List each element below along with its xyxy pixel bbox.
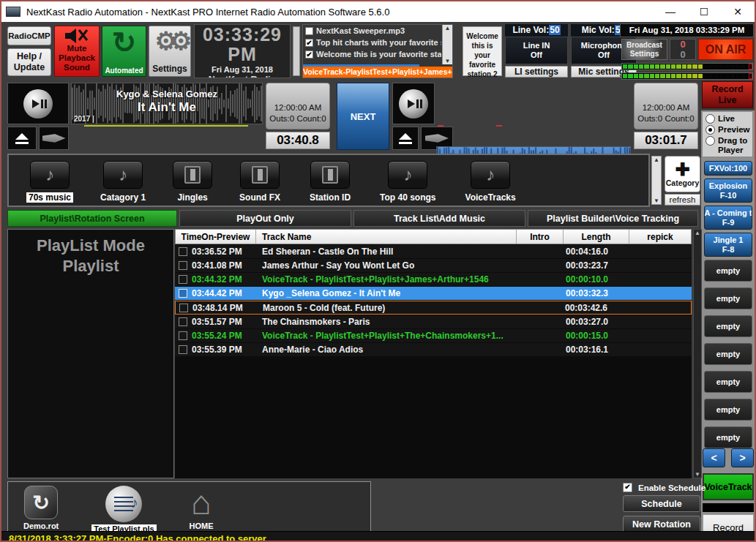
radio-icon[interactable] xyxy=(706,136,715,146)
row-checkbox[interactable] xyxy=(179,345,187,354)
category-item[interactable]: Jingles xyxy=(173,161,212,203)
player-mode-option[interactable]: Drag to Player xyxy=(704,136,751,155)
vu-segment xyxy=(660,74,665,78)
fx-button-key: F-8 xyxy=(722,245,735,255)
station-name: NextKast Radio Automation xyxy=(195,75,290,78)
playlist-row[interactable]: 03:44.32 PMVoiceTrack - PlaylistTest+Pla… xyxy=(175,273,692,286)
refresh-button[interactable]: refresh xyxy=(665,194,700,206)
line-in-toggle[interactable]: Line IN Off xyxy=(505,37,568,64)
deck-a-eject-button[interactable] xyxy=(7,127,37,150)
col-timeon[interactable]: TimeOn-Preview xyxy=(176,230,256,244)
playlist-row[interactable]: 03:41.08 PMJames Arthur - Say You Wont L… xyxy=(175,259,692,272)
playlist-row[interactable]: 03:55.24 PMVoiceTrack - PlaylistTest+Pla… xyxy=(175,329,692,342)
vu-segment xyxy=(634,64,638,69)
fx-empty-button[interactable]: empty xyxy=(704,371,752,393)
sweeper-item[interactable]: NextKast Sweeper.mp3 xyxy=(303,25,441,37)
enable-schedule-checkbox[interactable]: ✔ xyxy=(623,483,632,492)
dock-item-home[interactable]: ⌂HOME xyxy=(187,486,216,530)
fx-button[interactable]: FXVol:100 xyxy=(704,161,752,176)
sweeper-checkbox[interactable]: ✔ xyxy=(305,50,313,59)
col-repick[interactable]: repick xyxy=(629,230,691,244)
schedule-button[interactable]: Schedule xyxy=(623,495,700,512)
category-item[interactable]: Sound FX xyxy=(237,161,282,203)
fx-empty-button[interactable]: empty xyxy=(704,343,752,365)
playlist-scrollbar[interactable]: ▲▼ xyxy=(693,229,702,478)
row-checkbox[interactable] xyxy=(179,261,187,270)
deck-a-play-button[interactable] xyxy=(7,83,69,124)
fade-arrow-icon xyxy=(425,132,449,145)
fx-button[interactable]: A - Coming tF-9 xyxy=(704,206,752,230)
sweeper-scrollbar[interactable]: ▲▼ xyxy=(442,25,452,64)
help-update-button[interactable]: Help / Update xyxy=(7,48,51,76)
toolbar-scrollbar[interactable] xyxy=(293,26,300,76)
row-checkbox[interactable] xyxy=(179,275,187,284)
on-air-indicator[interactable]: ON AIR xyxy=(698,39,753,60)
automated-toggle-button[interactable]: ↻ Automated xyxy=(102,26,146,77)
fx-empty-button[interactable]: empty xyxy=(704,399,752,421)
fx-empty-button[interactable]: empty xyxy=(704,315,752,337)
row-checkbox[interactable] xyxy=(179,247,187,256)
fx-button[interactable]: ExplosionF-10 xyxy=(704,178,752,203)
close-button[interactable]: ✕ xyxy=(721,6,755,18)
radio-icon[interactable] xyxy=(706,125,715,135)
category-scrollbar[interactable]: ▲▼ xyxy=(651,156,662,205)
col-trackname[interactable]: Track Name xyxy=(256,230,517,244)
vu-segment xyxy=(671,64,675,69)
tab-playlist-builder[interactable]: Playlist Builder\Voice Tracking xyxy=(528,210,698,227)
fx-empty-button[interactable]: empty xyxy=(704,260,752,282)
radio-icon[interactable] xyxy=(706,114,715,124)
fx-empty-button[interactable]: empty xyxy=(704,287,752,309)
line-settings-button[interactable]: LI settings xyxy=(505,66,568,78)
playlist-row[interactable]: 03:51.57 PMThe Chainsmokers - Paris00:03… xyxy=(175,315,692,328)
maximize-button[interactable]: ☐ xyxy=(687,6,721,18)
radiocmp-button[interactable]: RadioCMP xyxy=(7,26,51,45)
tab-playout-only[interactable]: PlayOut Only xyxy=(179,210,351,227)
row-checkbox[interactable] xyxy=(179,289,187,298)
player-mode-option[interactable]: Preview xyxy=(704,125,751,135)
sweeper-checkbox[interactable]: ✔ xyxy=(305,39,313,47)
col-intro[interactable]: Intro xyxy=(517,230,564,244)
settings-button[interactable]: ⚙⚙ Settings xyxy=(149,26,191,77)
vu-segment xyxy=(714,74,719,78)
minimize-button[interactable]: — xyxy=(654,6,687,18)
category-item[interactable]: ♪Catagory 1 xyxy=(98,161,148,203)
playlist-row[interactable]: 03:55.39 PMAnne-Marie - Ciao Adios00:03:… xyxy=(175,343,692,356)
category-item[interactable]: Station ID xyxy=(307,161,353,203)
row-checkbox[interactable] xyxy=(179,331,187,340)
add-category-button[interactable]: ✚ Category xyxy=(665,156,700,192)
record-live-button[interactable]: Record Live xyxy=(702,81,753,108)
fx-next-button[interactable]: > xyxy=(731,448,754,467)
dock-item-playlist[interactable]: Test Playlist.pls xyxy=(91,486,156,533)
deck-b-eject-button[interactable] xyxy=(392,127,419,150)
mute-playback-button[interactable]: Mute Playback Sound xyxy=(54,26,100,77)
fx-button-key: F-10 xyxy=(720,191,737,200)
col-length[interactable]: Length xyxy=(564,230,629,244)
fx-button-label: Jingle 1 xyxy=(714,236,744,245)
playlist-row[interactable]: 03:36.52 PMEd Sheeran - Castle On The Hi… xyxy=(175,245,692,258)
sweeper-item[interactable]: ✔Welcome this is your favorite station xyxy=(303,48,441,60)
row-checkbox[interactable] xyxy=(179,304,188,312)
voicetrack-button[interactable]: VoiceTrack xyxy=(703,473,754,500)
deck-a-waveform[interactable]: Kygo & Selena Gomez It Ain't Me 2017 | xyxy=(71,83,263,124)
category-item[interactable]: ♪VoiceTracks xyxy=(463,161,518,203)
playlist-row[interactable]: 03:44.42 PMKygo _Selena Gomez - It Ain't… xyxy=(175,287,692,300)
fx-button[interactable]: Jingle 1F-8 xyxy=(704,233,752,257)
deck-b-play-button[interactable] xyxy=(392,83,435,124)
deck-a-remaining: 03:40.8 xyxy=(266,132,330,149)
deck-a-fade-button[interactable] xyxy=(39,127,69,150)
broadcast-settings-button[interactable]: Broadcast Settings xyxy=(621,39,667,60)
dock-item-rotation[interactable]: ↻Demo.rot xyxy=(21,486,61,530)
category-item[interactable]: ♪70s music xyxy=(26,161,73,203)
row-checkbox[interactable] xyxy=(179,317,187,326)
tab-playlist-rotation[interactable]: Playlist\Rotation Screen xyxy=(7,210,177,227)
tab-track-list[interactable]: Track List\Add Music xyxy=(353,210,525,227)
fx-prev-button[interactable]: < xyxy=(703,448,725,467)
next-button[interactable]: NEXT xyxy=(337,83,389,150)
vu-segment xyxy=(725,74,729,78)
sweeper-checkbox[interactable] xyxy=(305,27,313,35)
playlist-row[interactable]: 03:48.14 PMMaroon 5 - Cold (feat. Future… xyxy=(175,301,692,315)
player-mode-option[interactable]: Live xyxy=(704,114,751,124)
sweeper-item[interactable]: ✔Top hit charts with your favorite stati xyxy=(303,37,441,48)
category-item[interactable]: ♪Top 40 songs xyxy=(378,161,438,203)
fx-empty-button[interactable]: empty xyxy=(704,426,752,448)
